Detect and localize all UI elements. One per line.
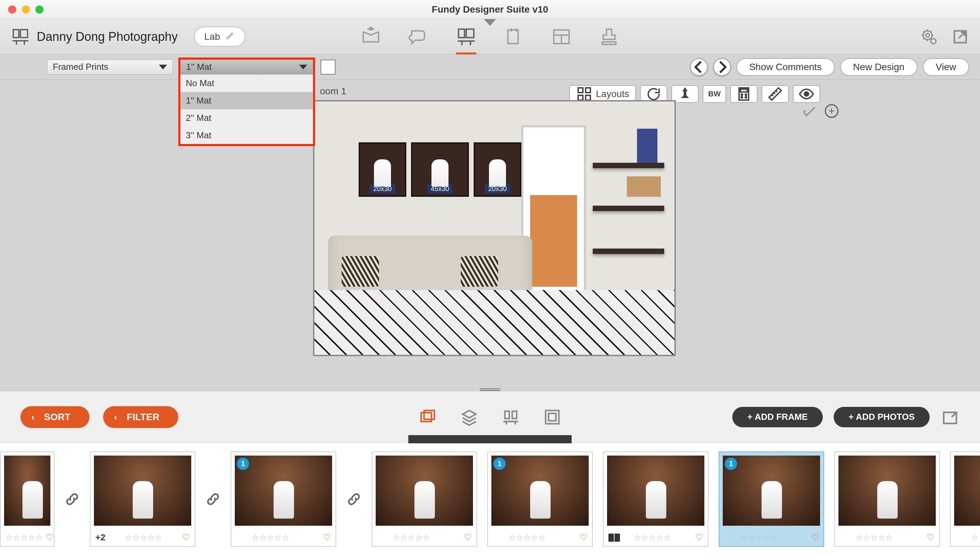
tab-photos-icon[interactable] <box>419 408 436 426</box>
add-photos-button[interactable]: + ADD PHOTOS <box>834 407 930 427</box>
color-swatch-button[interactable] <box>321 59 336 75</box>
thumbnail[interactable]: ☆☆☆☆☆♡ <box>950 451 980 547</box>
heart-icon[interactable]: ♡ <box>46 532 53 543</box>
mode-layout-icon[interactable] <box>551 27 572 47</box>
star-rating[interactable]: ☆☆☆☆☆ <box>634 533 671 542</box>
expand-icon[interactable] <box>940 407 959 427</box>
add-photos-label: + ADD PHOTOS <box>849 412 914 422</box>
thumbnail-image <box>723 456 820 526</box>
mode-album-icon[interactable] <box>361 27 381 47</box>
eye-button[interactable] <box>793 85 820 103</box>
heart-icon[interactable]: ♡ <box>464 532 472 543</box>
tab-layers-icon[interactable] <box>460 408 478 426</box>
thumbnail[interactable]: 1☆☆☆☆☆♡ <box>231 451 336 547</box>
wall-frame-3[interactable]: 20x30 <box>474 142 521 197</box>
star-rating[interactable]: ☆☆☆☆☆ <box>855 533 893 542</box>
thumbnail[interactable]: ☆☆☆☆☆♡ <box>372 451 477 547</box>
room-preview[interactable]: 20x30 45x30 20x30 <box>313 100 676 356</box>
svg-rect-21 <box>421 413 432 422</box>
sort-button[interactable]: ‹SORT <box>21 406 90 428</box>
link-icon <box>206 492 221 507</box>
filmstrip: ☆☆☆☆☆♡+2☆☆☆☆☆♡1☆☆☆☆☆♡☆☆☆☆☆♡1☆☆☆☆☆♡☆☆☆☆☆♡… <box>0 443 980 555</box>
filter-button[interactable]: ‹FILTER <box>103 406 178 428</box>
star-rating[interactable]: ☆☆☆☆☆ <box>252 533 289 542</box>
bottom-tabs <box>419 408 561 426</box>
star-rating[interactable]: ☆☆☆☆☆ <box>508 533 546 542</box>
maximize-window-button[interactable] <box>35 5 43 14</box>
mode-cards-icon[interactable] <box>504 27 524 47</box>
thumbnail-image <box>94 456 191 526</box>
tab-furniture-icon[interactable] <box>502 408 520 426</box>
show-comments-button[interactable]: Show Comments <box>736 58 835 76</box>
sort-label: SORT <box>44 412 70 423</box>
thumbnail[interactable]: ☆☆☆☆☆♡ <box>0 451 54 547</box>
tab-indicator <box>408 435 572 443</box>
thumbnail[interactable]: 1☆☆☆☆☆♡ <box>719 451 824 547</box>
wall-frames[interactable]: 20x30 45x30 20x30 <box>359 142 521 197</box>
next-button[interactable] <box>713 58 731 76</box>
mode-chat-icon[interactable] <box>408 27 429 47</box>
sub-toolbar: Framed Prints 1'' Mat No Mat 1'' Mat 2''… <box>0 55 980 80</box>
wall-frame-2[interactable]: 45x30 <box>411 142 469 197</box>
heart-icon[interactable]: ♡ <box>579 532 587 543</box>
mat-option-no-mat[interactable]: No Mat <box>181 75 313 92</box>
mat-option-3-mat[interactable]: 3'' Mat <box>181 127 313 144</box>
print-type-dropdown[interactable]: Framed Prints <box>47 59 173 75</box>
heart-icon[interactable]: ♡ <box>182 532 190 543</box>
svg-rect-24 <box>512 411 516 419</box>
view-button[interactable]: View <box>923 58 969 76</box>
star-rating[interactable]: ☆☆☆☆☆ <box>5 533 43 542</box>
link-icon <box>346 492 361 507</box>
wall-frame-1[interactable]: 20x30 <box>359 142 406 197</box>
mat-options-menu: No Mat 1'' Mat 2'' Mat 3'' Mat <box>178 75 315 146</box>
filter-label: FILTER <box>126 412 159 423</box>
mat-dropdown[interactable]: 1'' Mat <box>181 59 313 75</box>
star-rating[interactable]: ☆☆☆☆☆ <box>740 533 777 542</box>
svg-rect-26 <box>548 413 556 421</box>
lab-button[interactable]: Lab <box>194 27 245 47</box>
heart-icon[interactable]: ♡ <box>927 532 934 543</box>
thumbnail[interactable]: ☆☆☆☆☆♡ <box>835 451 940 547</box>
add-room-button[interactable]: + <box>825 104 838 118</box>
close-window-button[interactable] <box>8 5 16 14</box>
thumbnail[interactable]: ☆☆☆☆☆♡ <box>603 451 708 547</box>
title-marker-icon <box>484 19 496 26</box>
usage-badge: 1 <box>725 458 737 470</box>
thumbnail-footer: ☆☆☆☆☆♡ <box>372 529 476 546</box>
prev-button[interactable] <box>690 58 708 76</box>
mode-wall-art-icon[interactable] <box>456 27 476 47</box>
star-rating[interactable]: ☆☆☆☆☆ <box>393 533 430 542</box>
mat-option-2-mat[interactable]: 2'' Mat <box>181 109 313 127</box>
project-name: Danny Dong Photography <box>37 30 177 44</box>
thumbnail-image <box>954 456 980 526</box>
bw-button[interactable]: BW <box>703 85 726 103</box>
external-link-icon[interactable] <box>951 28 969 46</box>
heart-icon[interactable]: ♡ <box>695 532 703 543</box>
usage-badge: 1 <box>237 458 249 470</box>
heart-icon[interactable]: ♡ <box>323 532 331 543</box>
svg-point-19 <box>745 97 747 98</box>
mat-option-1-mat[interactable]: 1'' Mat <box>181 92 313 109</box>
settings-gear-icon[interactable] <box>920 28 938 46</box>
mode-stamp-icon[interactable] <box>599 27 619 47</box>
add-frame-button[interactable]: + ADD FRAME <box>732 407 822 427</box>
add-frame-label: + ADD FRAME <box>747 412 807 422</box>
bottom-right-actions: + ADD FRAME + ADD PHOTOS <box>732 407 959 427</box>
resize-grip-icon[interactable] <box>480 388 500 391</box>
thumbnail[interactable]: 1☆☆☆☆☆♡ <box>487 451 593 547</box>
minimize-window-button[interactable] <box>22 5 30 14</box>
thumbnail-image <box>838 456 936 526</box>
new-design-button[interactable]: New Design <box>840 58 918 76</box>
approve-check-icon[interactable] <box>802 104 817 119</box>
thumbnail[interactable]: +2☆☆☆☆☆♡ <box>90 451 195 547</box>
app-logo-icon <box>11 27 30 46</box>
calculator-button[interactable] <box>730 85 758 103</box>
star-rating[interactable]: ☆☆☆☆☆ <box>971 533 980 542</box>
tab-frame-icon[interactable] <box>544 408 561 426</box>
svg-point-17 <box>745 94 747 95</box>
room-label: oom 1 <box>320 86 346 97</box>
thumbnail-image <box>235 456 332 526</box>
ruler-button[interactable] <box>761 85 789 103</box>
star-rating[interactable]: ☆☆☆☆☆ <box>125 533 162 542</box>
heart-icon[interactable]: ♡ <box>811 532 819 543</box>
